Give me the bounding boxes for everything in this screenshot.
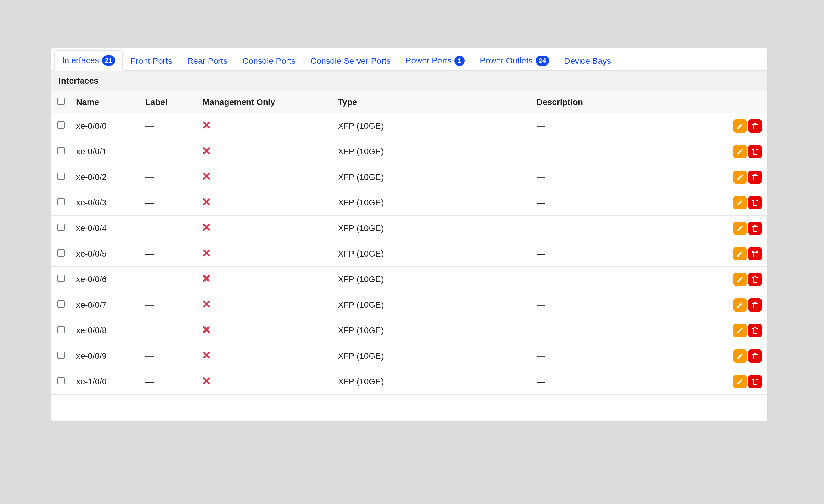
cell-name[interactable]: xe-0/0/5 [73,243,142,265]
cell-mgmt-only [199,294,334,316]
tab-interfaces[interactable]: Interfaces 21 [55,50,123,71]
cell-name[interactable]: xe-0/0/9 [73,345,142,367]
cell-description: — [533,218,702,239]
delete-button[interactable] [748,222,762,235]
cell-label: — [142,320,199,341]
trash-icon [751,199,759,206]
tab-power-outlets[interactable]: Power Outlets 24 [472,50,556,71]
table-row: xe-0/0/5 — XFP (10GE) — [51,241,767,267]
edit-button[interactable] [733,247,747,260]
cell-mgmt-only [199,268,334,290]
tab-front-ports-label: Front Ports [130,56,172,66]
cell-type: XFP (10GE) [334,294,533,316]
edit-button[interactable] [733,273,747,286]
cell-name[interactable]: xe-0/0/0 [73,115,142,137]
cell-name[interactable]: xe-0/0/6 [73,268,142,290]
cell-name[interactable]: xe-0/0/4 [73,218,142,239]
cell-label: — [142,371,199,392]
cell-actions [702,139,767,164]
cell-description: — [533,166,702,188]
edit-button[interactable] [733,375,747,388]
pencil-icon [736,301,744,308]
table-row: xe-0/0/2 — XFP (10GE) — [51,164,767,190]
cross-icon [203,121,210,129]
col-label[interactable]: Label [142,92,199,113]
edit-button[interactable] [733,196,747,209]
row-checkbox[interactable] [58,147,65,154]
row-checkbox[interactable] [58,198,65,206]
cell-type: XFP (10GE) [334,268,533,290]
tab-front-ports[interactable]: Front Ports [123,51,179,71]
cell-name[interactable]: xe-0/0/2 [73,166,142,188]
row-checkbox[interactable] [58,377,65,384]
select-all-checkbox[interactable] [58,98,65,105]
tab-device-bays[interactable]: Device Bays [557,51,619,71]
cell-mgmt-only [199,218,334,239]
edit-button[interactable] [733,324,747,337]
table-body: xe-0/0/0 — XFP (10GE) — xe-0/0/1 — XFP (… [51,113,767,394]
trash-icon [751,122,759,130]
col-description[interactable]: Description [533,92,702,113]
trash-icon [751,327,759,334]
cell-mgmt-only [199,166,334,188]
row-checkbox[interactable] [58,249,65,256]
cell-name[interactable]: xe-0/0/1 [73,141,142,162]
edit-button[interactable] [733,170,747,184]
tab-power-outlets-label: Power Outlets [480,56,533,66]
table-row: xe-0/0/6 — XFP (10GE) — [51,267,767,292]
row-checkbox[interactable] [58,224,65,231]
col-type[interactable]: Type [334,92,533,113]
delete-button[interactable] [748,145,762,158]
trash-icon [751,353,759,360]
cell-actions [702,241,767,266]
trash-icon [751,225,759,232]
tab-console-server-ports[interactable]: Console Server Ports [303,51,398,71]
cell-name[interactable]: xe-0/0/8 [73,320,142,341]
cross-icon [203,172,210,180]
cross-icon [203,147,210,154]
cell-actions [702,292,767,318]
delete-button[interactable] [748,350,762,363]
cell-label: — [142,218,199,239]
row-checkbox[interactable] [58,326,65,333]
table-row: xe-0/0/3 — XFP (10GE) — [51,190,767,216]
delete-button[interactable] [748,375,762,388]
cell-description: — [533,268,702,290]
tab-interfaces-label: Interfaces [62,55,99,65]
row-checkbox[interactable] [58,352,65,359]
cell-type: XFP (10GE) [334,345,533,367]
cell-name[interactable]: xe-0/0/7 [73,294,142,316]
cell-name[interactable]: xe-0/0/3 [73,192,142,214]
delete-button[interactable] [748,273,762,286]
pencil-icon [736,276,744,283]
edit-button[interactable] [733,222,747,235]
edit-button[interactable] [733,350,747,363]
delete-button[interactable] [748,119,762,133]
table-row: xe-1/0/0 — XFP (10GE) — [51,369,767,394]
edit-button[interactable] [733,119,747,133]
interfaces-table: Name Label Management Only Type Descript… [51,92,767,394]
row-checkbox[interactable] [58,122,65,129]
delete-button[interactable] [748,247,762,260]
col-mgmt-only[interactable]: Management Only [199,92,334,113]
row-checkbox[interactable] [58,275,65,282]
tab-console-ports[interactable]: Console Ports [235,51,303,71]
cell-type: XFP (10GE) [334,243,533,265]
table-row: xe-0/0/7 — XFP (10GE) — [51,292,767,318]
cell-actions [702,113,767,139]
delete-button[interactable] [748,298,762,311]
tab-rear-ports[interactable]: Rear Ports [180,51,235,71]
delete-button[interactable] [748,196,762,209]
tab-power-ports[interactable]: Power Ports 1 [398,50,473,71]
delete-button[interactable] [748,324,762,337]
edit-button[interactable] [733,298,747,311]
row-checkbox[interactable] [58,172,65,180]
pencil-icon [736,250,744,257]
col-name[interactable]: Name [73,92,142,113]
delete-button[interactable] [748,170,762,184]
edit-button[interactable] [733,145,747,158]
table-row: xe-0/0/0 — XFP (10GE) — [51,113,767,139]
cell-name[interactable]: xe-1/0/0 [73,371,142,392]
row-checkbox[interactable] [58,300,65,307]
cell-description: — [533,320,702,341]
